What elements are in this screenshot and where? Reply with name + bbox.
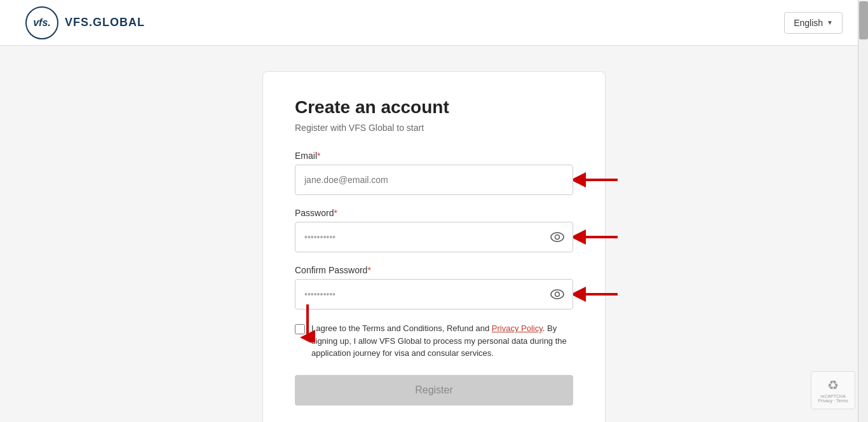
page-title: Create an account xyxy=(295,97,573,118)
recaptcha-text: reCAPTCHAPrivacy · Terms xyxy=(818,394,848,403)
arrow-password-icon xyxy=(573,227,624,247)
password-toggle-icon[interactable] xyxy=(550,232,564,242)
privacy-policy-link[interactable]: Privacy Policy xyxy=(492,323,543,333)
language-label: English xyxy=(794,18,823,28)
registration-card: Create an account Register with VFS Glob… xyxy=(262,71,606,422)
confirm-password-input-wrapper xyxy=(295,279,573,310)
email-input-wrapper xyxy=(295,165,573,195)
email-input[interactable] xyxy=(295,165,573,195)
terms-text: I agree to the Terms and Conditions, Ref… xyxy=(311,322,573,360)
confirm-password-toggle-icon[interactable] xyxy=(550,289,564,299)
chevron-down-icon: ▼ xyxy=(827,19,833,26)
language-selector[interactable]: English ▼ xyxy=(784,12,843,34)
recaptcha-badge: ♻ reCAPTCHAPrivacy · Terms xyxy=(811,371,855,409)
arrow-confirm-password-icon xyxy=(573,284,624,304)
confirm-password-label: Confirm Password* xyxy=(295,265,573,275)
main-content: Create an account Register with VFS Glob… xyxy=(0,46,868,422)
recaptcha-icon: ♻ xyxy=(827,378,839,393)
header: vfs. VFS.GLOBAL English ▼ xyxy=(0,0,868,46)
svg-point-7 xyxy=(555,292,560,297)
register-button[interactable]: Register xyxy=(295,375,573,405)
page-subtitle: Register with VFS Global to start xyxy=(295,123,573,133)
svg-point-2 xyxy=(551,233,564,242)
logo-container: vfs. VFS.GLOBAL xyxy=(25,6,145,39)
email-label: Email* xyxy=(295,151,573,161)
password-input-wrapper xyxy=(295,222,573,252)
scrollbar[interactable] xyxy=(858,0,868,422)
logo-icon: vfs. xyxy=(25,6,58,39)
confirm-password-input[interactable] xyxy=(295,279,573,310)
terms-checkbox-area: I agree to the Terms and Conditions, Ref… xyxy=(295,322,573,360)
password-input[interactable] xyxy=(295,222,573,252)
logo-text: VFS.GLOBAL xyxy=(65,16,145,29)
password-label: Password* xyxy=(295,208,573,218)
svg-point-3 xyxy=(555,235,560,240)
arrow-down-checkbox-icon xyxy=(297,304,318,343)
svg-point-6 xyxy=(551,290,564,299)
confirm-password-group: Confirm Password* xyxy=(295,265,573,310)
scrollbar-thumb[interactable] xyxy=(859,1,868,39)
email-group: Email* xyxy=(295,151,573,195)
password-group: Password* xyxy=(295,208,573,252)
arrow-email-icon xyxy=(573,170,624,190)
